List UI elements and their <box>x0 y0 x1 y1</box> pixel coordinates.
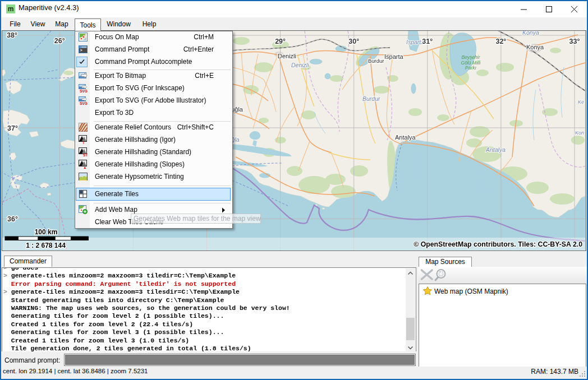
svg-text:Konya: Konya <box>522 31 539 36</box>
svg-text:>: > <box>80 48 82 53</box>
svg-text:SVG: SVG <box>80 101 88 105</box>
svg-text:Kon: Kon <box>575 130 584 136</box>
svg-text:Parkı: Parkı <box>465 65 476 71</box>
svg-text:100 km: 100 km <box>35 228 58 236</box>
svg-text:Konya: Konya <box>526 44 544 50</box>
svg-text:I: I <box>83 141 84 144</box>
svg-text:37°: 37° <box>7 124 18 132</box>
svg-text:Beyşehir: Beyşehir <box>461 54 480 60</box>
svg-text:Antalya: Antalya <box>485 146 506 153</box>
svg-text:Denizli: Denizli <box>278 53 296 59</box>
svg-text:38°: 38° <box>7 31 17 39</box>
svg-text:26°: 26° <box>54 37 65 45</box>
svg-text:▲: ▲ <box>83 165 86 169</box>
svg-text:32°: 32° <box>495 38 506 45</box>
svg-text:31°: 31° <box>422 38 433 45</box>
svg-text:Antalya: Antalya <box>395 134 416 141</box>
svg-text:29°: 29° <box>275 38 286 45</box>
svg-text:Ke: Ke <box>578 99 584 105</box>
svg-text:© OpenStreetMap contributors.: © OpenStreetMap contributors. Tiles: CC-… <box>414 240 582 248</box>
svg-text:Burdur: Burdur <box>368 58 384 64</box>
svg-text:36°: 36° <box>7 215 18 223</box>
svg-text:Burdur: Burdur <box>362 95 380 102</box>
svg-text:30°: 30° <box>348 38 359 45</box>
svg-text:Isparta: Isparta <box>384 53 404 60</box>
svg-text:33°: 33° <box>569 38 580 45</box>
svg-text:Denizli: Denizli <box>291 62 309 68</box>
svg-text:1 : 2 678 144: 1 : 2 678 144 <box>26 242 66 249</box>
svg-text:SVG: SVG <box>80 89 88 93</box>
svg-text:ST: ST <box>83 153 88 156</box>
